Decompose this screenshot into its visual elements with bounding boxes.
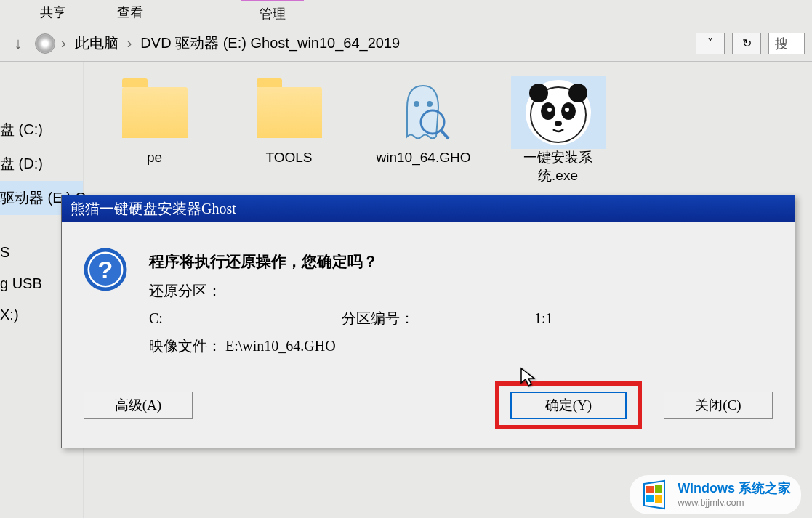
ribbon-tabs: 共享 查看 管理 (0, 0, 812, 25)
breadcrumb-drive[interactable]: DVD 驱动器 (E:) Ghost_win10_64_2019 (140, 33, 400, 53)
disc-icon (35, 33, 55, 54)
ghost-icon (396, 82, 451, 144)
refresh-button[interactable]: ↻ (732, 33, 761, 54)
dialog-title: 熊猫一键硬盘安装器Ghost (62, 195, 795, 222)
history-dropdown-button[interactable]: ˅ (696, 33, 725, 54)
panda-icon (526, 80, 591, 145)
sidebar-item-drive-d[interactable]: 盘 (D:) (0, 147, 83, 181)
svg-rect-17 (655, 485, 662, 493)
folder-icon (122, 87, 188, 138)
nav-back-icon[interactable]: ↓ (7, 33, 29, 54)
advanced-button[interactable]: 高级(A) (84, 392, 193, 419)
svg-point-6 (568, 84, 587, 102)
ok-button[interactable]: 确定(Y) (510, 392, 627, 419)
tab-manage[interactable]: 管理 (241, 0, 304, 26)
image-file-value: E:\win10_64.GHO (225, 338, 336, 354)
breadcrumb-pc[interactable]: 此电脑 (75, 33, 118, 53)
file-label: pe (147, 149, 162, 167)
watermark-url: www.bjjmlv.com (678, 497, 791, 509)
chevron-icon: › (127, 35, 132, 52)
confirm-dialog: 熊猫一键硬盘安装器Ghost ? 程序将执行还原操作，您确定吗？ 还原分区： C… (61, 195, 795, 448)
partition-number-value: 1:1 (534, 310, 553, 326)
file-item-gho[interactable]: win10_64.GHO (374, 76, 473, 167)
file-item-folder-tools[interactable]: TOOLS (240, 76, 338, 167)
partition-number-label: 分区编号： (342, 304, 531, 332)
address-bar: ↓ › 此电脑 › DVD 驱动器 (E:) Ghost_win10_64_20… (0, 25, 812, 62)
svg-rect-19 (655, 495, 662, 503)
image-file-label: 映像文件： (149, 338, 222, 354)
folder-icon (257, 87, 322, 138)
file-item-folder-pe[interactable]: pe (105, 76, 204, 167)
svg-point-9 (547, 108, 552, 112)
dialog-question-text: 程序将执行还原操作，您确定吗？ (149, 248, 553, 277)
svg-point-1 (427, 101, 433, 107)
sidebar-item-drive-c[interactable]: 盘 (C:) (0, 113, 83, 147)
search-input[interactable]: 搜 (768, 33, 805, 54)
windows-logo-icon (640, 479, 670, 510)
tab-view[interactable]: 查看 (99, 0, 161, 25)
svg-line-3 (441, 131, 449, 139)
svg-rect-18 (646, 495, 654, 502)
file-item-exe[interactable]: 一键安装系统.exe (509, 76, 607, 185)
watermark-title: Windows 系统之家 (678, 481, 791, 497)
restore-partition-value: C: (149, 310, 163, 326)
close-button[interactable]: 关闭(C) (664, 392, 773, 419)
svg-point-5 (529, 84, 548, 102)
chevron-icon: › (61, 35, 66, 52)
svg-point-11 (555, 121, 562, 126)
svg-rect-16 (646, 486, 654, 493)
file-label: TOOLS (265, 149, 312, 167)
file-label: win10_64.GHO (377, 149, 471, 167)
svg-point-0 (414, 101, 419, 107)
ok-button-highlight: 确定(Y) (495, 381, 642, 429)
svg-text:?: ? (98, 256, 113, 283)
watermark: Windows 系统之家 www.bjjmlv.com (630, 475, 801, 514)
tab-share[interactable]: 共享 (22, 0, 84, 25)
svg-point-10 (565, 108, 569, 112)
breadcrumb[interactable]: › 此电脑 › DVD 驱动器 (E:) Ghost_win10_64_2019 (61, 33, 400, 53)
question-icon: ? (84, 248, 127, 291)
restore-partition-label: 还原分区： (149, 277, 338, 304)
dialog-message: 程序将执行还原操作，您确定吗？ 还原分区： C: 分区编号： 1:1 映像文件：… (149, 248, 553, 360)
file-label: 一键安装系统.exe (509, 149, 607, 185)
